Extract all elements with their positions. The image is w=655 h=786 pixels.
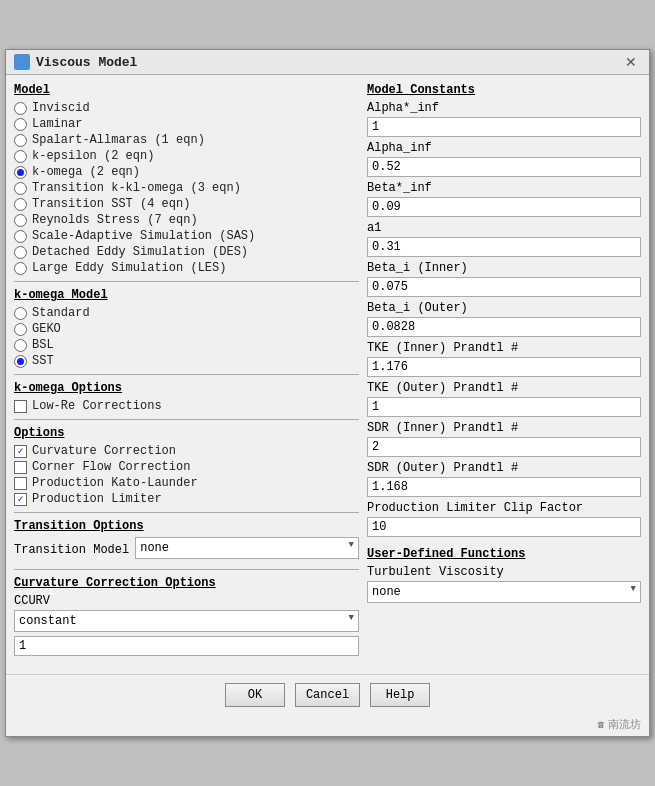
radio-transition-kkl[interactable]: Transition k-kl-omega (3 eqn) <box>14 181 359 195</box>
checkbox-curvature[interactable]: ✓ Curvature Correction <box>14 444 359 458</box>
model-radio-group: Inviscid Laminar Spalart-Allmaras (1 eqn… <box>14 101 359 275</box>
radio-geko[interactable]: GEKO <box>14 322 359 336</box>
radio-transition-sst-input[interactable] <box>14 198 27 211</box>
komega-model-section-title: k-omega Model <box>14 288 359 302</box>
radio-geko-input[interactable] <box>14 323 27 336</box>
komega-model-section: k-omega Model Standard GEKO BSL <box>14 288 359 368</box>
const-sdr-inner-label: SDR (Inner) Prandtl # <box>367 421 641 435</box>
checkbox-curvature-label: Curvature Correction <box>32 444 176 458</box>
radio-les[interactable]: Large Eddy Simulation (LES) <box>14 261 359 275</box>
radio-sas[interactable]: Scale-Adaptive Simulation (SAS) <box>14 229 359 243</box>
radio-reynolds-label: Reynolds Stress (7 eqn) <box>32 213 198 227</box>
ok-button[interactable]: OK <box>225 683 285 707</box>
cancel-button[interactable]: Cancel <box>295 683 360 707</box>
const-tke-outer-input[interactable] <box>367 397 641 417</box>
checkbox-lowre-label: Low-Re Corrections <box>32 399 162 413</box>
divider-2 <box>14 374 359 375</box>
radio-spalart[interactable]: Spalart-Allmaras (1 eqn) <box>14 133 359 147</box>
watermark-icon: ☎ <box>597 718 604 731</box>
bottom-buttons: OK Cancel Help <box>6 674 649 715</box>
radio-spalart-label: Spalart-Allmaras (1 eqn) <box>32 133 205 147</box>
turbulent-viscosity-select-wrapper: none <box>367 581 641 603</box>
radio-bsl-input[interactable] <box>14 339 27 352</box>
main-content: Model Inviscid Laminar Spalart-Allmaras … <box>6 75 649 674</box>
radio-sas-input[interactable] <box>14 230 27 243</box>
const-prod-limiter-input[interactable] <box>367 517 641 537</box>
checkbox-lowre[interactable]: Low-Re Corrections <box>14 399 359 413</box>
close-button[interactable]: ✕ <box>621 54 641 70</box>
radio-laminar-label: Laminar <box>32 117 82 131</box>
divider-4 <box>14 512 359 513</box>
radio-bsl-label: BSL <box>32 338 54 352</box>
radio-inviscid-input[interactable] <box>14 102 27 115</box>
const-alpha-inf-label: Alpha_inf <box>367 141 641 155</box>
radio-sst-input[interactable] <box>14 355 27 368</box>
const-alpha-star-inf-input[interactable] <box>367 117 641 137</box>
constants-list: Alpha*_inf Alpha_inf Beta*_inf a1 Beta_i… <box>367 101 641 541</box>
window-icon <box>14 54 30 70</box>
checkbox-curvature-input[interactable]: ✓ <box>14 445 27 458</box>
curvature-correction-title: Curvature Correction Options <box>14 576 359 590</box>
radio-des[interactable]: Detached Eddy Simulation (DES) <box>14 245 359 259</box>
const-tke-inner-input[interactable] <box>367 357 641 377</box>
radio-sst[interactable]: SST <box>14 354 359 368</box>
checkbox-corner[interactable]: Corner Flow Correction <box>14 460 359 474</box>
const-alpha-inf-input[interactable] <box>367 157 641 177</box>
radio-kepsilon-input[interactable] <box>14 150 27 163</box>
divider-1 <box>14 281 359 282</box>
const-a1-input[interactable] <box>367 237 641 257</box>
const-tke-outer-label: TKE (Outer) Prandtl # <box>367 381 641 395</box>
radio-laminar-input[interactable] <box>14 118 27 131</box>
radio-reynolds[interactable]: Reynolds Stress (7 eqn) <box>14 213 359 227</box>
options-checkboxes: ✓ Curvature Correction Corner Flow Corre… <box>14 444 359 506</box>
const-sdr-inner-input[interactable] <box>367 437 641 457</box>
radio-les-input[interactable] <box>14 262 27 275</box>
checkbox-limiter-input[interactable]: ✓ <box>14 493 27 506</box>
radio-transition-sst-label: Transition SST (4 eqn) <box>32 197 190 211</box>
ccurv-value-input[interactable] <box>14 636 359 656</box>
checkbox-corner-input[interactable] <box>14 461 27 474</box>
radio-geko-label: GEKO <box>32 322 61 336</box>
transition-model-select[interactable]: none <box>135 537 359 559</box>
transition-options-title: Transition Options <box>14 519 359 533</box>
radio-standard-label: Standard <box>32 306 90 320</box>
radio-standard[interactable]: Standard <box>14 306 359 320</box>
help-button[interactable]: Help <box>370 683 430 707</box>
radio-transition-sst[interactable]: Transition SST (4 eqn) <box>14 197 359 211</box>
radio-kepsilon[interactable]: k-epsilon (2 eqn) <box>14 149 359 163</box>
radio-les-label: Large Eddy Simulation (LES) <box>32 261 226 275</box>
const-beta-star-inf-input[interactable] <box>367 197 641 217</box>
radio-kepsilon-label: k-epsilon (2 eqn) <box>32 149 154 163</box>
const-alpha-star-inf-label: Alpha*_inf <box>367 101 641 115</box>
radio-standard-input[interactable] <box>14 307 27 320</box>
model-section-title: Model <box>14 83 359 97</box>
const-a1-label: a1 <box>367 221 641 235</box>
turbulent-viscosity-select[interactable]: none <box>367 581 641 603</box>
radio-laminar[interactable]: Laminar <box>14 117 359 131</box>
const-sdr-outer-input[interactable] <box>367 477 641 497</box>
ccurv-select[interactable]: constant <box>14 610 359 632</box>
const-prod-limiter-label: Production Limiter Clip Factor <box>367 501 641 515</box>
radio-komega[interactable]: k-omega (2 eqn) <box>14 165 359 179</box>
radio-inviscid[interactable]: Inviscid <box>14 101 359 115</box>
const-beta-i-outer-input[interactable] <box>367 317 641 337</box>
checkbox-lowre-input[interactable] <box>14 400 27 413</box>
turbulent-viscosity-label: Turbulent Viscosity <box>367 565 641 579</box>
radio-bsl[interactable]: BSL <box>14 338 359 352</box>
radio-reynolds-input[interactable] <box>14 214 27 227</box>
radio-des-label: Detached Eddy Simulation (DES) <box>32 245 248 259</box>
radio-transition-kkl-input[interactable] <box>14 182 27 195</box>
checkbox-kato-input[interactable] <box>14 477 27 490</box>
const-beta-i-outer-label: Beta_i (Outer) <box>367 301 641 315</box>
checkbox-limiter[interactable]: ✓ Production Limiter <box>14 492 359 506</box>
radio-des-input[interactable] <box>14 246 27 259</box>
udf-section: User-Defined Functions Turbulent Viscosi… <box>367 547 641 603</box>
const-beta-i-inner-input[interactable] <box>367 277 641 297</box>
transition-options-section: Transition Options Transition Model none <box>14 519 359 563</box>
radio-spalart-input[interactable] <box>14 134 27 147</box>
left-panel: Model Inviscid Laminar Spalart-Allmaras … <box>14 83 359 666</box>
checkbox-kato[interactable]: Production Kato-Launder <box>14 476 359 490</box>
model-constants-title: Model Constants <box>367 83 641 97</box>
udf-title: User-Defined Functions <box>367 547 641 561</box>
radio-komega-input[interactable] <box>14 166 27 179</box>
